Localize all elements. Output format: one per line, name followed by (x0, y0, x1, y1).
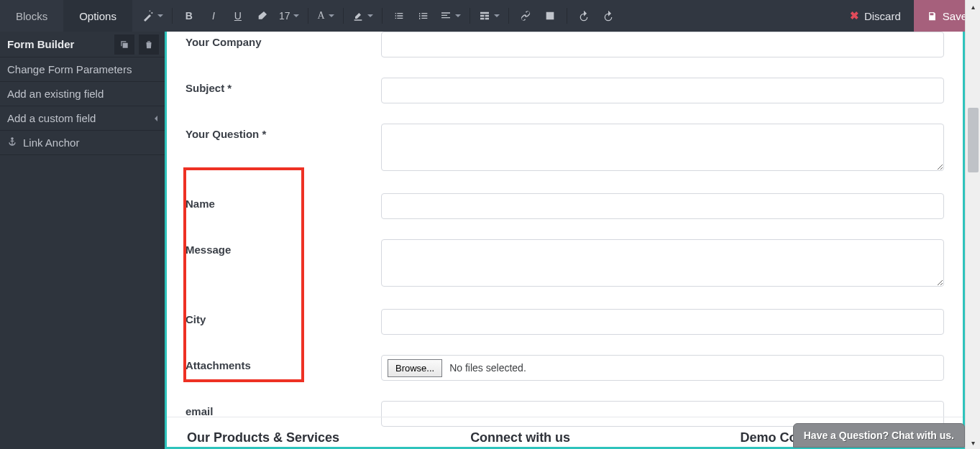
label-question: Your Question * (186, 124, 381, 140)
footer-connect-heading: Connect with us (470, 430, 740, 445)
sidebar-item-change-params[interactable]: Change Form Parameters (0, 57, 165, 82)
contact-form: Your Company Subject * Your Question * N… (167, 32, 963, 449)
label-name: Name (186, 193, 381, 210)
sidebar-item-add-existing-field[interactable]: Add an existing field (0, 82, 165, 106)
discard-button[interactable]: ✖ Discard (837, 0, 914, 32)
copy-icon (119, 40, 129, 50)
ordered-list-button[interactable] (411, 0, 436, 32)
formatting-tools: B I U 17 A (132, 0, 837, 32)
sidebar-item-link-anchor[interactable]: Link Anchor (0, 131, 165, 155)
label-message: Message (186, 239, 381, 256)
tab-blocks[interactable]: Blocks (0, 0, 63, 32)
font-size-dropdown[interactable]: 17 (275, 0, 304, 32)
bold-button[interactable]: B (177, 0, 201, 32)
label-city: City (186, 309, 381, 325)
sidebar-panel: Form Builder Change Form Parameters Add … (0, 32, 165, 449)
chat-widget[interactable]: Have a Question? Chat with us. (793, 423, 965, 448)
italic-button[interactable]: I (201, 0, 226, 32)
editor-toolbar: Blocks Options B I U 17 A (0, 0, 980, 32)
tab-options[interactable]: Options (63, 0, 132, 32)
toolbar-actions: ✖ Discard Save (837, 0, 980, 32)
align-dropdown[interactable] (436, 0, 465, 32)
sidebar-header: Form Builder (0, 32, 165, 57)
vertical-scrollbar[interactable]: ▴ ▾ (965, 0, 980, 449)
duplicate-button[interactable] (114, 34, 134, 55)
font-color-dropdown[interactable]: A (313, 0, 338, 32)
file-input-wrapper[interactable]: Browse... No files selected. (381, 355, 944, 381)
label-company: Your Company (186, 32, 381, 48)
unordered-list-button[interactable] (387, 0, 411, 32)
highlight-color-dropdown[interactable] (348, 0, 377, 32)
underline-button[interactable]: U (226, 0, 250, 32)
image-button[interactable] (538, 0, 562, 32)
file-status-text: No files selected. (449, 362, 526, 374)
redo-button[interactable] (596, 0, 620, 32)
input-name[interactable] (381, 193, 944, 219)
scroll-up-arrow[interactable]: ▴ (966, 0, 980, 13)
scrollbar-thumb[interactable] (968, 108, 979, 172)
input-city[interactable] (381, 309, 944, 335)
magic-wand-button[interactable] (138, 0, 168, 32)
sidebar-item-add-custom-field[interactable]: Add a custom field (0, 106, 165, 131)
input-company[interactable] (381, 32, 944, 57)
save-icon (927, 11, 938, 22)
link-button[interactable] (513, 0, 538, 32)
delete-button[interactable] (139, 34, 159, 55)
undo-button[interactable] (572, 0, 596, 32)
textarea-message[interactable] (381, 239, 944, 287)
label-attachments: Attachments (186, 355, 381, 371)
chevron-left-icon (155, 116, 157, 121)
trash-icon (144, 40, 154, 50)
textarea-question[interactable] (381, 124, 944, 171)
footer-products-heading: Our Products & Services (187, 430, 470, 445)
browse-button[interactable]: Browse... (388, 359, 442, 377)
scroll-down-arrow[interactable]: ▾ (966, 436, 980, 449)
anchor-icon (7, 136, 17, 149)
main-editor-area: Your Company Subject * Your Question * N… (165, 32, 965, 449)
erase-format-button[interactable] (250, 0, 275, 32)
sidebar-title: Form Builder (7, 38, 110, 50)
table-dropdown[interactable] (475, 0, 504, 32)
label-subject: Subject * (186, 78, 381, 94)
input-subject[interactable] (381, 78, 944, 103)
toolbar-tabs: Blocks Options (0, 0, 132, 32)
label-email: email (186, 401, 381, 417)
close-icon: ✖ (850, 9, 859, 22)
